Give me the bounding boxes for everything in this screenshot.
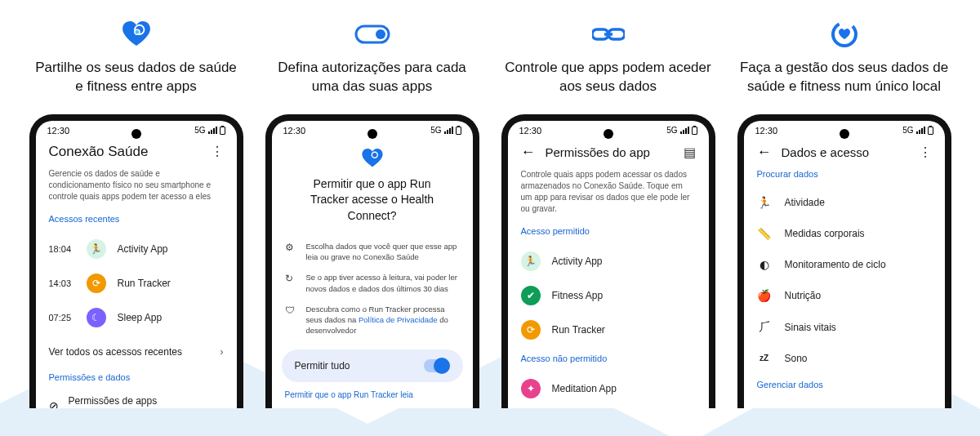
- info-choose-data: ⚙ Escolha dados que você quer que esse a…: [285, 236, 460, 268]
- chevron-right-icon: ›: [220, 346, 224, 358]
- recent-row[interactable]: 18:04 🏃 Activity App: [49, 232, 224, 266]
- row-title: Permissões de apps: [69, 395, 158, 407]
- auto-delete-row[interactable]: 🗑Exclusão automática: [757, 398, 932, 408]
- link-icon: ⊘: [49, 399, 59, 408]
- run-tracker-icon: ⟳: [87, 274, 106, 293]
- hero-text-4: Faça a gestão dos seus dados de saúde e …: [737, 59, 951, 96]
- sleep-app-icon: ☾: [87, 308, 106, 327]
- ruler-icon: 📏: [757, 227, 772, 240]
- auto-delete-icon: 🗑: [757, 407, 772, 408]
- more-icon[interactable]: ⋮: [919, 145, 932, 160]
- category-sleep[interactable]: zZSono: [757, 344, 932, 373]
- phone-2: 12:30 5G Permitir que o app Run Tracker …: [265, 114, 479, 408]
- info-read-history: ↻ Se o app tiver acesso à leitura, vai p…: [285, 267, 460, 299]
- shield-icon: 🛡: [285, 304, 298, 336]
- app-row[interactable]: ✦Meditation App: [521, 371, 696, 406]
- status-network: 5G: [666, 126, 677, 135]
- svg-point-3: [135, 30, 139, 34]
- phone-1: 12:30 5G Conexão Saúde ⋮ Gerencie os dad…: [29, 114, 243, 408]
- app-row[interactable]: 🏃Activity App: [521, 244, 696, 278]
- battery-icon: [692, 127, 697, 135]
- signal-icon: [208, 127, 217, 134]
- app-name: Run Tracker: [118, 278, 171, 289]
- activity-app-icon: 🏃: [87, 239, 106, 259]
- battery-icon: [456, 127, 461, 135]
- app-row[interactable]: ☾Sleep App: [521, 406, 696, 408]
- link-chain-icon: [592, 20, 625, 49]
- camera-hole-icon: [368, 129, 377, 139]
- info-privacy: 🛡 Descubra como o Run Tracker processa s…: [285, 299, 460, 341]
- history-icon: ↻: [285, 272, 298, 294]
- recent-time: 14:03: [49, 278, 75, 288]
- meditation-app-icon: ✦: [521, 379, 541, 398]
- toggle-label: Permitir tudo: [295, 360, 350, 371]
- hero-text-3: Controle que apps podem aceder aos seus …: [501, 59, 715, 96]
- app-row[interactable]: ⟳Run Tracker: [521, 313, 696, 347]
- svg-point-7: [372, 153, 377, 158]
- allow-all-toggle-row[interactable]: Permitir tudo: [282, 349, 463, 382]
- page-subtitle: Gerencie os dados de saúde e condicionam…: [49, 168, 224, 202]
- status-time: 12:30: [519, 126, 542, 136]
- heart-ring-icon: [831, 20, 858, 49]
- status-time: 12:30: [283, 126, 306, 136]
- see-all-recent-link[interactable]: Ver todos os acessos recentes ›: [49, 335, 224, 366]
- column-permissions: Defina autorizações para cada uma das su…: [265, 20, 479, 408]
- column-manage-data: Faça a gestão dos seus dados de saúde e …: [737, 20, 951, 408]
- back-arrow-icon[interactable]: ←: [757, 144, 772, 161]
- camera-hole-icon: [604, 129, 613, 139]
- more-icon[interactable]: ⋮: [211, 144, 224, 159]
- camera-hole-icon: [131, 129, 141, 139]
- signal-icon: [916, 127, 925, 134]
- recent-time: 18:04: [49, 244, 75, 254]
- page-subtitle: Controle quais apps podem acessar os dad…: [521, 169, 696, 215]
- fitness-app-icon: ✔: [521, 286, 541, 305]
- category-cycle[interactable]: ◐Monitoramento de ciclo: [757, 249, 932, 280]
- category-nutrition[interactable]: 🍎Nutrição: [757, 280, 932, 311]
- battery-icon: [928, 127, 933, 135]
- toggle-icon: [354, 20, 390, 49]
- column-share: Partilhe os seus dados de saúde e fitnes…: [29, 20, 243, 408]
- nutrition-icon: 🍎: [757, 289, 772, 302]
- column-control-apps: Controle que apps podem aceder aos seus …: [501, 20, 715, 408]
- status-network: 5G: [902, 126, 913, 135]
- link-label: Ver todos os acessos recentes: [49, 346, 182, 358]
- status-time: 12:30: [755, 126, 778, 136]
- browse-data-label: Procurar dados: [757, 169, 932, 179]
- recent-time: 07:25: [49, 313, 75, 323]
- heart-sync-icon: [121, 20, 152, 49]
- signal-icon: [444, 127, 453, 134]
- page-title: Permissões do app: [546, 145, 650, 159]
- denied-label: Acesso não permitido: [521, 354, 696, 363]
- read-section-label: Permitir que o app Run Tracker leia: [285, 390, 460, 399]
- exercise-toggle-row[interactable]: 🏃 Exercícios: [285, 404, 460, 408]
- app-name: Activity App: [118, 243, 168, 255]
- recent-row[interactable]: 14:03 ⟳ Run Tracker: [49, 266, 224, 300]
- activity-app-icon: 🏃: [521, 251, 541, 271]
- search-doc-icon[interactable]: ▤: [684, 145, 696, 160]
- status-network: 5G: [194, 126, 205, 135]
- privacy-policy-link[interactable]: Política de Privacidade: [359, 315, 438, 324]
- hero-text-1: Partilhe os seus dados de saúde e fitnes…: [29, 59, 243, 96]
- activity-icon: 🏃: [757, 196, 772, 209]
- app-row[interactable]: ✔Fitness App: [521, 278, 696, 313]
- category-vitals[interactable]: ⺁Sinais vitais: [757, 311, 932, 344]
- svg-point-5: [376, 29, 385, 39]
- switch-on-icon[interactable]: [424, 359, 450, 372]
- recent-row[interactable]: 07:25 ☾ Sleep App: [49, 300, 224, 335]
- dialog-title: Permitir que o app Run Tracker acesse o …: [285, 176, 460, 225]
- status-time: 12:30: [47, 126, 70, 136]
- run-tracker-icon: ⟳: [521, 320, 541, 340]
- app-name: Sleep App: [118, 312, 163, 323]
- category-activity[interactable]: 🏃Atividade: [757, 187, 932, 218]
- manage-data-label: Gerenciar dados: [757, 380, 932, 389]
- health-connect-logo-icon: [285, 144, 460, 176]
- app-permissions-row[interactable]: ⊘ Permissões de apps 3 de 6 apps têm ace…: [49, 390, 224, 408]
- camera-hole-icon: [840, 129, 849, 139]
- status-network: 5G: [430, 126, 441, 135]
- category-body[interactable]: 📏Medidas corporais: [757, 218, 932, 249]
- hero-text-2: Defina autorizações para cada uma das su…: [265, 59, 479, 96]
- allowed-label: Acesso permitido: [521, 226, 696, 236]
- phone-3: 12:30 5G ← Permissões do app ▤ Controle …: [501, 114, 715, 408]
- back-arrow-icon[interactable]: ←: [521, 144, 536, 161]
- perms-data-label: Permissões e dados: [49, 372, 224, 382]
